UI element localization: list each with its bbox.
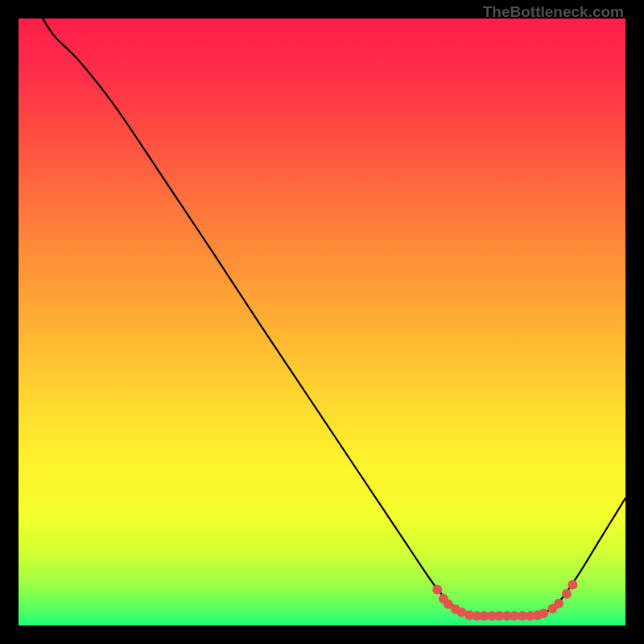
highlight-dot xyxy=(432,585,442,595)
bottleneck-chart xyxy=(19,19,625,625)
highlight-dot xyxy=(539,609,548,618)
chart-svg xyxy=(19,19,625,625)
chart-background xyxy=(19,19,625,625)
highlight-dot xyxy=(568,580,577,589)
highlight-dot xyxy=(562,589,572,599)
highlight-dot xyxy=(554,599,564,609)
